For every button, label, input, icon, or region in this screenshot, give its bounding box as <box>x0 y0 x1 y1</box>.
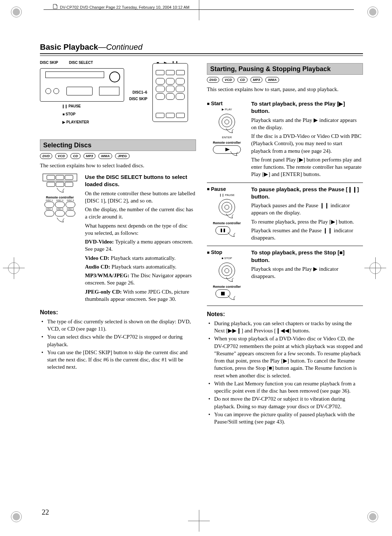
svg-rect-7 <box>45 202 54 208</box>
section-title: Basic Playback—Continued <box>40 42 363 53</box>
page-number: 22 <box>42 507 49 517</box>
instruction-lead: Use the DISC SELECT buttons to select lo… <box>85 173 196 188</box>
left-column: DISC SKIP DISC SELECT ❙❙ PAUSE ■ STOP ▶ … <box>40 60 196 426</box>
svg-rect-0 <box>43 174 77 181</box>
section-title-main: Basic Playback <box>40 42 98 52</box>
badge-dvd: DVD <box>207 77 219 83</box>
selecting-intro: The section explains how to select loade… <box>40 162 196 169</box>
svg-text:DISC 2: DISC 2 <box>56 200 64 201</box>
badge-mp3: MP3 <box>83 153 96 159</box>
instruction-dvd: DVD-Video: Typically a menu appears onsc… <box>85 238 196 253</box>
svg-rect-3 <box>65 175 73 180</box>
svg-rect-2 <box>56 175 64 180</box>
starting-intro: This section explains how to start, paus… <box>207 86 363 93</box>
disc-select-panel-icon <box>42 173 77 194</box>
label-pause: ❙❙ PAUSE <box>62 104 81 109</box>
playback-row-stop: ■Stop ■ STOP Remote controller <box>207 246 363 306</box>
playback-row-start: ■Start ▶ PLAY ENTER Remote controller <box>207 97 363 183</box>
label-disc-1-6: DISC1–6 <box>132 90 147 95</box>
remote-caption: Remote controller <box>207 285 247 289</box>
remote-caption: Remote controller <box>207 140 247 145</box>
pause-p1: Playback pauses and the Pause ❙❙ indicat… <box>251 202 363 217</box>
remote-caption: Remote controller <box>40 195 80 200</box>
selecting-discs-heading: Selecting Discs <box>40 139 196 151</box>
pause-p3: Playback resumes and the Pause ❙❙ indica… <box>251 227 363 242</box>
svg-point-19 <box>219 114 235 130</box>
instruction-row: Remote controller DISC 1 DISC 2 DISC 3 D… <box>40 173 196 304</box>
svg-point-20 <box>222 117 232 127</box>
start-p1: Playback starts and the Play ▶ indicator… <box>251 116 363 131</box>
svg-rect-6 <box>65 182 73 187</box>
instruction-text-column: Use the DISC SELECT buttons to select lo… <box>85 173 196 304</box>
cross-mark <box>188 0 210 20</box>
manual-page: DV-CP702 DVD Changer Page 22 Tuesday, Fe… <box>0 0 392 536</box>
note-item: You can use the [DISC SKIP] button to sk… <box>41 349 196 371</box>
notes-list-right: During playback, you can select chapters… <box>208 320 363 426</box>
instruction-videocd: Video CD: Playback starts automatically. <box>85 254 196 262</box>
start-p3: The front panel Play [▶] button performs… <box>251 156 363 178</box>
svg-point-30 <box>219 263 235 279</box>
note-item: With the Last Memory function you can re… <box>208 380 363 395</box>
section-title-suffix: —Continued <box>98 42 142 52</box>
stop-label: Stop <box>211 249 222 256</box>
svg-text:DISC 6: DISC 6 <box>67 208 74 210</box>
svg-rect-28 <box>221 229 222 232</box>
note-item: You can improve the picture quality of p… <box>208 411 363 426</box>
notes-heading-left: Notes: <box>40 308 196 316</box>
playback-row-pause: ■Pause ❙❙ PAUSE Remote controller <box>207 183 363 246</box>
pause-label: Pause <box>211 186 226 193</box>
playback-label-col: ■Pause ❙❙ PAUSE Remote controller <box>207 186 247 240</box>
book-icon <box>53 4 58 11</box>
remote-play-icon <box>212 145 241 158</box>
remote-caption: Remote controller <box>207 221 247 225</box>
format-badges-starting: DVD VCD CD MP3 WMA <box>207 77 363 83</box>
section-rule <box>40 53 363 56</box>
registration-mark <box>8 262 20 274</box>
start-label: Start <box>211 100 222 107</box>
note-item: During playback, you can select chapters… <box>208 320 363 335</box>
player-outline <box>40 68 124 102</box>
start-lead: To start playback, press the Play [▶] bu… <box>251 100 363 115</box>
running-header: DV-CP702 DVD Changer Page 22 Tuesday, Fe… <box>53 4 189 11</box>
playback-label-col: ■Start ▶ PLAY ENTER Remote controller <box>207 100 247 159</box>
instruction-p1: On the remote controller these buttons a… <box>85 190 196 205</box>
badge-vcd: VCD <box>55 153 68 159</box>
running-header-text: DV-CP702 DVD Changer Page 22 Tuesday, Fe… <box>60 5 189 10</box>
svg-rect-17 <box>66 210 75 216</box>
svg-rect-27 <box>216 226 230 234</box>
svg-rect-34 <box>221 292 225 295</box>
instruction-p3: What happens next depends on the type of… <box>85 222 196 237</box>
svg-rect-29 <box>224 229 225 232</box>
instruction-audiocd: Audio CD: Playback starts automatically. <box>85 263 196 270</box>
cross-mark <box>188 510 210 532</box>
label-disc-select: DISC SELECT <box>69 60 93 65</box>
two-column-layout: DISC SKIP DISC SELECT ❙❙ PAUSE ■ STOP ▶ … <box>40 60 363 426</box>
note-item: You can select discs while the DV-CP702 … <box>41 333 196 348</box>
svg-rect-4 <box>47 182 55 187</box>
stop-button-icon <box>216 261 238 283</box>
label-disc-skip-2: DISC SKIP <box>129 97 147 102</box>
pause-p2: To resume playback, press the Play [▶] b… <box>251 218 363 225</box>
disc-select-remote-icon: DISC 1 DISC 2 DISC 3 DISC 4 DISC 5 DISC … <box>42 200 77 225</box>
instruction-mp3: MP3/WMA/JPEG: The Disc Navigator appears… <box>85 272 196 287</box>
svg-point-26 <box>225 205 229 209</box>
pause-button-icon <box>216 198 238 220</box>
instruction-p2: On the display, the number of the curren… <box>85 206 196 221</box>
badge-mp3: MP3 <box>250 77 263 83</box>
svg-text:DISC 1: DISC 1 <box>46 200 53 201</box>
svg-point-25 <box>222 202 232 212</box>
instruction-jpeg: JPEG-only CD: With some JPEG CDs, pictur… <box>85 288 196 303</box>
svg-marker-23 <box>225 148 230 151</box>
remote-pause-icon <box>215 226 239 238</box>
device-figure: DISC SKIP DISC SELECT ❙❙ PAUSE ■ STOP ▶ … <box>40 60 196 133</box>
svg-point-24 <box>219 199 235 215</box>
notes-heading-right: Notes: <box>207 310 363 318</box>
registration-dot <box>367 7 378 17</box>
badge-vcd: VCD <box>222 77 234 83</box>
badge-cd: CD <box>237 77 248 83</box>
playback-text-col: To stop playback, press the Stop [■] but… <box>251 249 363 281</box>
note-item: When you stop playback of a DVD-Video di… <box>208 335 363 379</box>
svg-text:DISC 3: DISC 3 <box>67 200 74 201</box>
label-disc-skip: DISC SKIP <box>40 60 58 65</box>
registration-dot <box>367 511 378 522</box>
